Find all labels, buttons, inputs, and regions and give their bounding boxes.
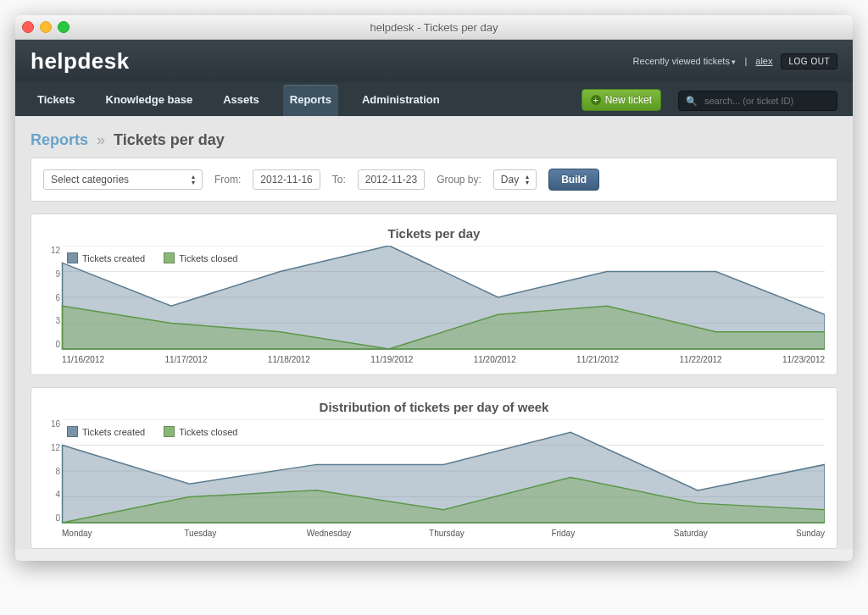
from-label: From: bbox=[214, 174, 241, 186]
nav-administration[interactable]: Administration bbox=[355, 85, 447, 116]
brand-logo: helpdesk bbox=[31, 48, 130, 75]
groupby-value: Day bbox=[501, 174, 519, 186]
legend-item-created: Tickets created bbox=[67, 252, 145, 263]
chart-legend: Tickets created Tickets closed bbox=[67, 426, 237, 437]
nav-reports[interactable]: Reports bbox=[283, 85, 338, 116]
x-axis-ticks: MondayTuesdayWednesdayThursdayFridaySatu… bbox=[62, 529, 825, 538]
nav-assets[interactable]: Assets bbox=[216, 85, 266, 116]
groupby-select[interactable]: Day ▴▾ bbox=[493, 169, 537, 190]
window-titlebar: helpdesk - Tickets per day bbox=[15, 15, 853, 40]
legend-swatch-icon bbox=[67, 426, 78, 437]
chart-title: Tickets per day bbox=[43, 226, 825, 241]
nav-tickets[interactable]: Tickets bbox=[31, 85, 82, 116]
legend-swatch-icon bbox=[164, 426, 175, 437]
build-button[interactable]: Build bbox=[548, 169, 599, 191]
breadcrumb: Reports » Tickets per day bbox=[31, 131, 837, 149]
legend-swatch-icon bbox=[164, 252, 175, 263]
search-box[interactable]: 🔍 bbox=[678, 91, 837, 111]
page-title: Tickets per day bbox=[114, 131, 225, 148]
new-ticket-label: New ticket bbox=[605, 94, 652, 106]
nav-knowledge-base[interactable]: Knowledge base bbox=[99, 85, 200, 116]
from-date-input[interactable]: 2012-11-16 bbox=[253, 169, 320, 190]
current-user-link[interactable]: alex bbox=[755, 56, 772, 66]
y-axis-ticks: 1612840 bbox=[42, 419, 60, 523]
y-axis-ticks: 129630 bbox=[42, 246, 60, 349]
chart-panel-1: Tickets per day Tickets created Tickets … bbox=[31, 213, 837, 375]
recently-viewed-dropdown[interactable]: Recently viewed tickets bbox=[633, 56, 737, 66]
main-nav: Tickets Knowledge base Assets Reports Ad… bbox=[15, 82, 853, 116]
filter-panel: Select categories ▴▾ From: 2012-11-16 To… bbox=[31, 158, 837, 202]
legend-swatch-icon bbox=[67, 252, 78, 263]
chart-tickets-per-day: Tickets created Tickets closed 12963011/… bbox=[43, 246, 825, 364]
logout-button[interactable]: LOG OUT bbox=[781, 53, 837, 69]
new-ticket-button[interactable]: + New ticket bbox=[581, 89, 661, 111]
breadcrumb-separator: » bbox=[97, 131, 105, 148]
chart-title: Distribution of tickets per day of week bbox=[43, 400, 825, 414]
categories-select-value: Select categories bbox=[51, 174, 129, 186]
chevron-updown-icon: ▴▾ bbox=[526, 174, 529, 186]
chevron-updown-icon: ▴▾ bbox=[192, 174, 195, 186]
chart-legend: Tickets created Tickets closed bbox=[67, 252, 237, 263]
search-input[interactable] bbox=[703, 95, 830, 107]
search-icon: 🔍 bbox=[686, 96, 698, 107]
legend-item-created: Tickets created bbox=[67, 426, 145, 437]
to-label: To: bbox=[332, 174, 346, 186]
to-date-input[interactable]: 2012-11-23 bbox=[358, 169, 425, 190]
plus-icon: + bbox=[591, 95, 601, 105]
chart-distribution-weekday: Tickets created Tickets closed 1612840Mo… bbox=[43, 419, 825, 538]
groupby-label: Group by: bbox=[437, 174, 481, 186]
x-axis-ticks: 11/16/201211/17/201211/18/201211/19/2012… bbox=[62, 355, 825, 364]
legend-item-closed: Tickets closed bbox=[164, 426, 237, 437]
app-header: helpdesk Recently viewed tickets | alex … bbox=[15, 40, 853, 82]
mac-window: helpdesk - Tickets per day helpdesk Rece… bbox=[15, 15, 853, 561]
legend-item-closed: Tickets closed bbox=[164, 252, 237, 263]
categories-select[interactable]: Select categories ▴▾ bbox=[43, 169, 203, 190]
chart-panel-2: Distribution of tickets per day of week … bbox=[31, 387, 837, 549]
window-title: helpdesk - Tickets per day bbox=[15, 21, 853, 34]
breadcrumb-root[interactable]: Reports bbox=[31, 131, 88, 148]
